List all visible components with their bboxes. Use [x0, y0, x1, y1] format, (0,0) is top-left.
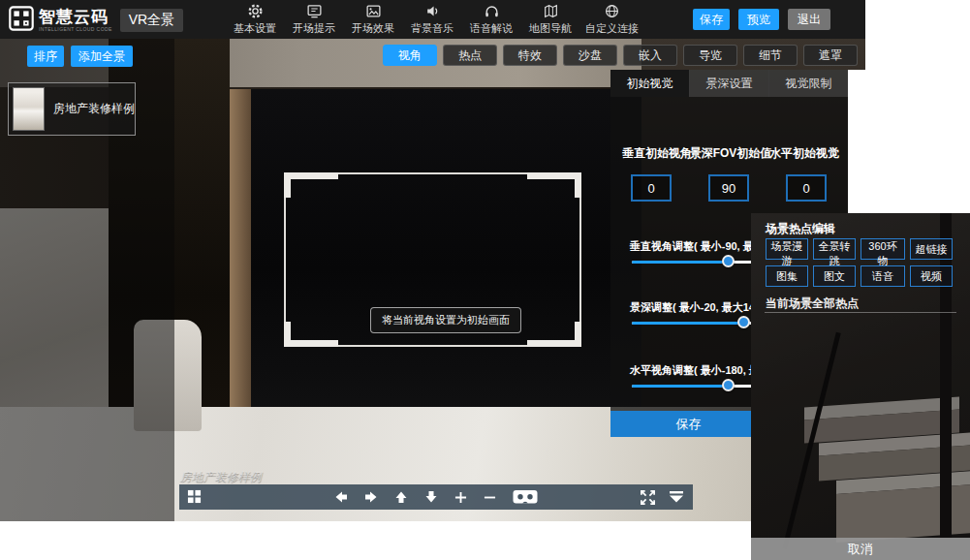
- panorama-canvas[interactable]: 排序 添加全景 房地产装修样例 视角 热点 特效 沙盘 嵌入 导览 细节 遮罩: [0, 39, 865, 521]
- tool-basic-settings[interactable]: 基本设置: [231, 3, 279, 36]
- save-button[interactable]: 保存: [693, 9, 730, 30]
- horizontal-initial-input[interactable]: [786, 174, 827, 202]
- tool-label: 语音解说: [470, 21, 513, 36]
- settings-tabs: 初始视觉 景深设置 视觉限制: [610, 70, 848, 97]
- hotspot-type-imagetext[interactable]: 图文: [813, 265, 856, 287]
- grid-icon[interactable]: [187, 489, 202, 504]
- tab-detail[interactable]: 细节: [743, 45, 798, 66]
- logo-title: 智慧云码: [39, 9, 112, 26]
- tab-guide[interactable]: 导览: [683, 45, 737, 66]
- zoom-in-icon[interactable]: [454, 491, 467, 504]
- tool-label: 开场提示: [293, 21, 335, 36]
- add-panorama-button[interactable]: 添加全景: [71, 46, 133, 67]
- horizontal-initial-label: 水平初始视觉: [764, 145, 845, 162]
- collapse-icon[interactable]: [668, 490, 685, 504]
- tool-opening-effect[interactable]: 开场效果: [349, 3, 397, 36]
- hotspot-type-row: 场景漫游 全景转跳 360环物 超链接: [766, 238, 953, 260]
- scene-list-item[interactable]: 房地产装修样例: [8, 82, 136, 136]
- hotspot-list-label: 当前场景全部热点: [766, 296, 859, 312]
- exit-button[interactable]: 退出: [788, 9, 830, 30]
- scene-sidebar: 排序 添加全景 房地产装修样例: [0, 39, 174, 521]
- tool-custom-link[interactable]: 自定义连接: [585, 3, 639, 36]
- hotspot-type-audio[interactable]: 语音: [860, 265, 905, 287]
- viewfinder-corner: [284, 322, 338, 347]
- tool-label: 背景音乐: [411, 21, 454, 36]
- slider-fill: [632, 322, 744, 325]
- fov-initial-input[interactable]: [708, 174, 749, 202]
- tool-label: 开场效果: [352, 21, 394, 36]
- tab-sandbox[interactable]: 沙盘: [563, 45, 617, 66]
- tab-effects[interactable]: 特效: [503, 45, 557, 66]
- hotspot-type-roam[interactable]: 场景漫游: [766, 238, 808, 260]
- arrow-left-icon[interactable]: [334, 490, 348, 504]
- tool-opening-prompt[interactable]: 开场提示: [290, 3, 338, 36]
- arrow-right-icon[interactable]: [364, 490, 378, 504]
- bottom-toolbar: [179, 484, 693, 510]
- prompt-card-icon: [306, 3, 323, 21]
- sort-button[interactable]: 排序: [27, 46, 64, 67]
- slider-handle[interactable]: [737, 316, 750, 328]
- zoom-out-icon[interactable]: [484, 491, 496, 504]
- logo-subtitle: INTELLIGENT CLOUD CODE: [39, 26, 112, 32]
- header-actions: 保存 预览 退出: [693, 9, 830, 30]
- picture-icon: [365, 3, 382, 21]
- mode-tabs: 视角 热点 特效 沙盘 嵌入 导览 细节 遮罩: [383, 45, 858, 66]
- vr-goggles-icon[interactable]: [513, 489, 538, 505]
- depth-slider-label: 景深调整( 最小-20, 最大140 ): [630, 300, 767, 315]
- vertical-initial-input[interactable]: [631, 174, 672, 202]
- app-logo: 智慧云码 INTELLIGENT CLOUD CODE VR全景: [9, 6, 183, 35]
- slider-fill: [632, 261, 729, 264]
- hotspot-type-row: 图集 图文 语音 视频: [766, 265, 953, 287]
- speaker-icon: [424, 3, 441, 21]
- hotspot-type-video[interactable]: 视频: [910, 265, 953, 287]
- gear-icon: [247, 3, 264, 21]
- tab-viewangle[interactable]: 视角: [383, 45, 437, 66]
- scene-wood-pillar: [230, 89, 251, 417]
- viewfinder-corner: [527, 322, 581, 347]
- tab-view-limit[interactable]: 视觉限制: [768, 70, 848, 97]
- viewfinder-corner: [284, 172, 338, 198]
- hotspot-panel-title: 场景热点编辑: [766, 221, 835, 237]
- tab-mask[interactable]: 遮罩: [803, 45, 858, 66]
- tab-depth-settings[interactable]: 景深设置: [689, 70, 768, 97]
- slider-handle[interactable]: [722, 255, 735, 267]
- header-bar: 智慧云码 INTELLIGENT CLOUD CODE VR全景 基本设置 开场…: [0, 0, 865, 39]
- tool-voice-narration[interactable]: 语音解说: [467, 3, 516, 36]
- tab-hotspot[interactable]: 热点: [443, 45, 497, 66]
- qr-logo-icon: [9, 6, 34, 35]
- divider: [765, 312, 956, 313]
- vertical-initial-label: 垂直初始视角: [616, 145, 698, 162]
- vr-editor-screen: 智慧云码 INTELLIGENT CLOUD CODE VR全景 基本设置 开场…: [0, 0, 970, 560]
- tab-embed[interactable]: 嵌入: [623, 45, 677, 66]
- scene-watermark: 房地产装修样例: [180, 469, 262, 485]
- tool-label: 基本设置: [234, 21, 276, 36]
- hotspot-type-gallery[interactable]: 图集: [766, 265, 808, 287]
- fov-initial-label: 景深FOV初始值: [688, 145, 773, 162]
- viewfinder-corner: [527, 172, 581, 198]
- hotspot-edit-panel: 场景热点编辑 场景漫游 全景转跳 360环物 超链接 图集 图文 语音 视频 当…: [751, 213, 970, 560]
- arrow-down-icon[interactable]: [424, 490, 438, 504]
- headphones-icon: [484, 3, 500, 21]
- arrow-up-icon[interactable]: [394, 490, 408, 504]
- slider-fill: [632, 385, 729, 388]
- view-controls: [640, 484, 685, 510]
- logo-badge: VR全景: [120, 9, 183, 32]
- slider-handle[interactable]: [722, 379, 735, 391]
- viewfinder-tooltip: 将当前视角设置为初始画面: [370, 307, 521, 333]
- preview-button[interactable]: 预览: [738, 9, 779, 30]
- hotspot-type-jump[interactable]: 全景转跳: [813, 238, 856, 260]
- tab-initial-view[interactable]: 初始视觉: [610, 70, 689, 97]
- tool-map-navigation[interactable]: 地图导航: [526, 3, 575, 36]
- map-icon: [543, 3, 559, 21]
- header-toolbar: 基本设置 开场提示 开场效果 背景音乐 语音解说: [231, 3, 639, 36]
- panel-save-button[interactable]: 保存: [610, 411, 767, 437]
- main-window: 智慧云码 INTELLIGENT CLOUD CODE VR全景 基本设置 开场…: [0, 0, 865, 521]
- hotspot-type-hyperlink[interactable]: 超链接: [910, 238, 953, 260]
- hotspot-type-360[interactable]: 360环物: [860, 238, 905, 260]
- scene-thumbnail: [13, 87, 45, 131]
- tool-background-music[interactable]: 背景音乐: [408, 3, 456, 36]
- fullscreen-icon[interactable]: [640, 489, 656, 506]
- cancel-button[interactable]: 取消: [751, 538, 970, 560]
- nav-controls: [334, 484, 538, 510]
- globe-icon: [604, 3, 620, 21]
